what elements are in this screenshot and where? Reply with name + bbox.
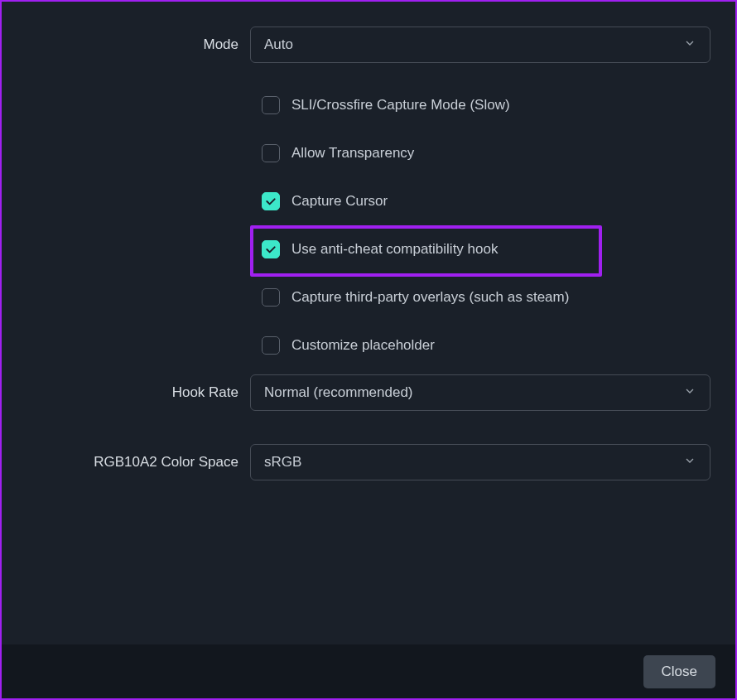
hook-rate-row: Hook Rate Normal (recommended) bbox=[26, 374, 711, 411]
hook-rate-select[interactable]: Normal (recommended) bbox=[250, 374, 711, 411]
sli-crossfire-label[interactable]: SLI/Crossfire Capture Mode (Slow) bbox=[291, 97, 510, 113]
checkbox-group: SLI/Crossfire Capture Mode (Slow) Allow … bbox=[26, 96, 711, 355]
capture-cursor-row: Capture Cursor bbox=[262, 192, 711, 210]
third-party-overlays-label[interactable]: Capture third-party overlays (such as st… bbox=[291, 289, 569, 306]
hook-rate-select-value: Normal (recommended) bbox=[264, 384, 413, 401]
capture-cursor-checkbox[interactable] bbox=[262, 192, 280, 210]
customize-placeholder-label[interactable]: Customize placeholder bbox=[291, 337, 435, 354]
allow-transparency-label[interactable]: Allow Transparency bbox=[291, 145, 414, 162]
customize-placeholder-row: Customize placeholder bbox=[262, 336, 711, 355]
mode-row: Mode Auto bbox=[26, 27, 711, 63]
hook-rate-label: Hook Rate bbox=[26, 384, 250, 401]
close-button[interactable]: Close bbox=[643, 655, 715, 688]
sli-crossfire-checkbox[interactable] bbox=[262, 96, 280, 114]
customize-placeholder-checkbox[interactable] bbox=[262, 336, 280, 355]
sli-crossfire-row: SLI/Crossfire Capture Mode (Slow) bbox=[262, 96, 711, 114]
mode-label: Mode bbox=[26, 36, 250, 53]
allow-transparency-row: Allow Transparency bbox=[262, 144, 711, 162]
color-space-select[interactable]: sRGB bbox=[250, 444, 711, 480]
chevron-down-icon bbox=[683, 384, 696, 402]
chevron-down-icon bbox=[683, 454, 696, 471]
color-space-row: RGB10A2 Color Space sRGB bbox=[26, 444, 711, 480]
footer: Close bbox=[2, 644, 735, 698]
color-space-select-value: sRGB bbox=[264, 454, 301, 471]
anti-cheat-hook-label[interactable]: Use anti-cheat compatibility hook bbox=[291, 241, 498, 258]
allow-transparency-checkbox[interactable] bbox=[262, 144, 280, 162]
mode-select[interactable]: Auto bbox=[250, 27, 711, 63]
anti-cheat-hook-checkbox[interactable] bbox=[262, 240, 280, 258]
third-party-overlays-row: Capture third-party overlays (such as st… bbox=[262, 288, 711, 307]
capture-cursor-label[interactable]: Capture Cursor bbox=[291, 193, 388, 210]
chevron-down-icon bbox=[683, 36, 696, 54]
color-space-label: RGB10A2 Color Space bbox=[26, 454, 250, 471]
anti-cheat-hook-row: Use anti-cheat compatibility hook bbox=[262, 240, 711, 258]
mode-select-value: Auto bbox=[264, 36, 293, 53]
third-party-overlays-checkbox[interactable] bbox=[262, 288, 280, 307]
